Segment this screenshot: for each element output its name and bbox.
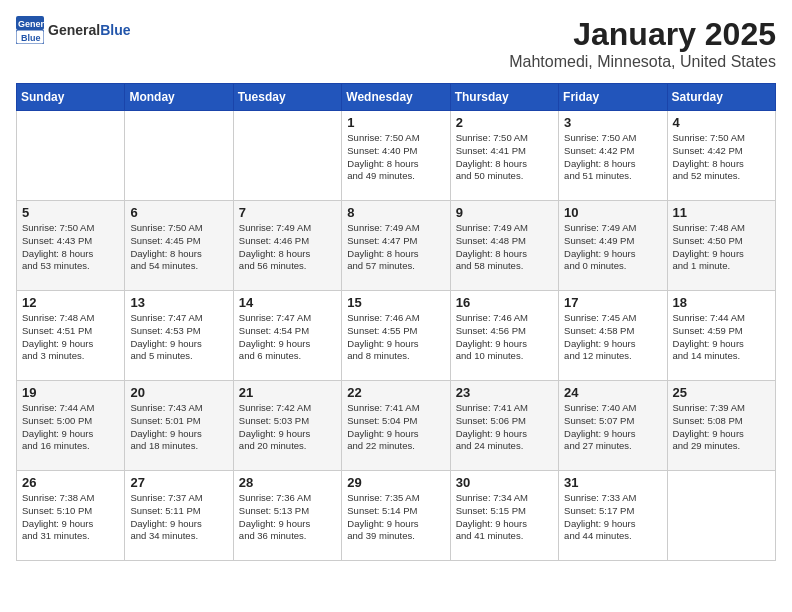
day-number: 3 <box>564 115 661 130</box>
day-number: 15 <box>347 295 444 310</box>
day-cell <box>667 471 775 561</box>
day-info: Sunrise: 7:47 AM Sunset: 4:54 PM Dayligh… <box>239 312 336 363</box>
page-header: General Blue GeneralBlue January 2025 Ma… <box>16 16 776 71</box>
day-cell: 29Sunrise: 7:35 AM Sunset: 5:14 PM Dayli… <box>342 471 450 561</box>
day-cell: 2Sunrise: 7:50 AM Sunset: 4:41 PM Daylig… <box>450 111 558 201</box>
weekday-header-thursday: Thursday <box>450 84 558 111</box>
day-info: Sunrise: 7:43 AM Sunset: 5:01 PM Dayligh… <box>130 402 227 453</box>
day-cell: 17Sunrise: 7:45 AM Sunset: 4:58 PM Dayli… <box>559 291 667 381</box>
day-info: Sunrise: 7:48 AM Sunset: 4:51 PM Dayligh… <box>22 312 119 363</box>
day-cell: 8Sunrise: 7:49 AM Sunset: 4:47 PM Daylig… <box>342 201 450 291</box>
day-info: Sunrise: 7:46 AM Sunset: 4:56 PM Dayligh… <box>456 312 553 363</box>
week-row-3: 12Sunrise: 7:48 AM Sunset: 4:51 PM Dayli… <box>17 291 776 381</box>
day-number: 24 <box>564 385 661 400</box>
day-number: 14 <box>239 295 336 310</box>
day-info: Sunrise: 7:35 AM Sunset: 5:14 PM Dayligh… <box>347 492 444 543</box>
day-info: Sunrise: 7:38 AM Sunset: 5:10 PM Dayligh… <box>22 492 119 543</box>
day-number: 25 <box>673 385 770 400</box>
day-info: Sunrise: 7:50 AM Sunset: 4:41 PM Dayligh… <box>456 132 553 183</box>
day-cell <box>125 111 233 201</box>
day-cell: 21Sunrise: 7:42 AM Sunset: 5:03 PM Dayli… <box>233 381 341 471</box>
day-number: 16 <box>456 295 553 310</box>
day-number: 4 <box>673 115 770 130</box>
logo-icon: General Blue <box>16 16 44 44</box>
day-number: 26 <box>22 475 119 490</box>
day-cell: 22Sunrise: 7:41 AM Sunset: 5:04 PM Dayli… <box>342 381 450 471</box>
day-cell: 15Sunrise: 7:46 AM Sunset: 4:55 PM Dayli… <box>342 291 450 381</box>
day-number: 6 <box>130 205 227 220</box>
day-cell: 5Sunrise: 7:50 AM Sunset: 4:43 PM Daylig… <box>17 201 125 291</box>
day-number: 7 <box>239 205 336 220</box>
day-cell: 30Sunrise: 7:34 AM Sunset: 5:15 PM Dayli… <box>450 471 558 561</box>
day-cell: 25Sunrise: 7:39 AM Sunset: 5:08 PM Dayli… <box>667 381 775 471</box>
day-info: Sunrise: 7:50 AM Sunset: 4:45 PM Dayligh… <box>130 222 227 273</box>
day-info: Sunrise: 7:37 AM Sunset: 5:11 PM Dayligh… <box>130 492 227 543</box>
day-cell: 31Sunrise: 7:33 AM Sunset: 5:17 PM Dayli… <box>559 471 667 561</box>
day-cell: 20Sunrise: 7:43 AM Sunset: 5:01 PM Dayli… <box>125 381 233 471</box>
calendar-table: SundayMondayTuesdayWednesdayThursdayFrid… <box>16 83 776 561</box>
day-number: 5 <box>22 205 119 220</box>
day-number: 1 <box>347 115 444 130</box>
day-info: Sunrise: 7:50 AM Sunset: 4:43 PM Dayligh… <box>22 222 119 273</box>
day-number: 31 <box>564 475 661 490</box>
logo-general: General <box>48 22 100 38</box>
day-cell: 1Sunrise: 7:50 AM Sunset: 4:40 PM Daylig… <box>342 111 450 201</box>
week-row-4: 19Sunrise: 7:44 AM Sunset: 5:00 PM Dayli… <box>17 381 776 471</box>
day-info: Sunrise: 7:34 AM Sunset: 5:15 PM Dayligh… <box>456 492 553 543</box>
location-title: Mahtomedi, Minnesota, United States <box>509 53 776 71</box>
day-cell: 6Sunrise: 7:50 AM Sunset: 4:45 PM Daylig… <box>125 201 233 291</box>
day-cell: 19Sunrise: 7:44 AM Sunset: 5:00 PM Dayli… <box>17 381 125 471</box>
day-number: 19 <box>22 385 119 400</box>
day-cell: 23Sunrise: 7:41 AM Sunset: 5:06 PM Dayli… <box>450 381 558 471</box>
weekday-header-saturday: Saturday <box>667 84 775 111</box>
day-number: 29 <box>347 475 444 490</box>
day-cell <box>233 111 341 201</box>
day-number: 27 <box>130 475 227 490</box>
weekday-header-friday: Friday <box>559 84 667 111</box>
day-cell: 13Sunrise: 7:47 AM Sunset: 4:53 PM Dayli… <box>125 291 233 381</box>
day-cell: 10Sunrise: 7:49 AM Sunset: 4:49 PM Dayli… <box>559 201 667 291</box>
day-info: Sunrise: 7:48 AM Sunset: 4:50 PM Dayligh… <box>673 222 770 273</box>
day-cell: 18Sunrise: 7:44 AM Sunset: 4:59 PM Dayli… <box>667 291 775 381</box>
weekday-header-tuesday: Tuesday <box>233 84 341 111</box>
weekday-header-row: SundayMondayTuesdayWednesdayThursdayFrid… <box>17 84 776 111</box>
day-info: Sunrise: 7:50 AM Sunset: 4:42 PM Dayligh… <box>673 132 770 183</box>
day-number: 28 <box>239 475 336 490</box>
day-number: 12 <box>22 295 119 310</box>
day-info: Sunrise: 7:41 AM Sunset: 5:04 PM Dayligh… <box>347 402 444 453</box>
day-number: 17 <box>564 295 661 310</box>
weekday-header-wednesday: Wednesday <box>342 84 450 111</box>
day-info: Sunrise: 7:44 AM Sunset: 4:59 PM Dayligh… <box>673 312 770 363</box>
day-cell: 16Sunrise: 7:46 AM Sunset: 4:56 PM Dayli… <box>450 291 558 381</box>
day-cell: 14Sunrise: 7:47 AM Sunset: 4:54 PM Dayli… <box>233 291 341 381</box>
weekday-header-monday: Monday <box>125 84 233 111</box>
day-number: 20 <box>130 385 227 400</box>
day-info: Sunrise: 7:40 AM Sunset: 5:07 PM Dayligh… <box>564 402 661 453</box>
day-info: Sunrise: 7:46 AM Sunset: 4:55 PM Dayligh… <box>347 312 444 363</box>
day-info: Sunrise: 7:45 AM Sunset: 4:58 PM Dayligh… <box>564 312 661 363</box>
week-row-1: 1Sunrise: 7:50 AM Sunset: 4:40 PM Daylig… <box>17 111 776 201</box>
day-cell: 4Sunrise: 7:50 AM Sunset: 4:42 PM Daylig… <box>667 111 775 201</box>
title-area: January 2025 Mahtomedi, Minnesota, Unite… <box>509 16 776 71</box>
day-info: Sunrise: 7:42 AM Sunset: 5:03 PM Dayligh… <box>239 402 336 453</box>
day-number: 18 <box>673 295 770 310</box>
day-cell: 11Sunrise: 7:48 AM Sunset: 4:50 PM Dayli… <box>667 201 775 291</box>
day-cell: 12Sunrise: 7:48 AM Sunset: 4:51 PM Dayli… <box>17 291 125 381</box>
day-number: 21 <box>239 385 336 400</box>
day-info: Sunrise: 7:36 AM Sunset: 5:13 PM Dayligh… <box>239 492 336 543</box>
logo-text: GeneralBlue <box>48 22 130 38</box>
week-row-2: 5Sunrise: 7:50 AM Sunset: 4:43 PM Daylig… <box>17 201 776 291</box>
day-cell: 9Sunrise: 7:49 AM Sunset: 4:48 PM Daylig… <box>450 201 558 291</box>
day-info: Sunrise: 7:50 AM Sunset: 4:40 PM Dayligh… <box>347 132 444 183</box>
week-row-5: 26Sunrise: 7:38 AM Sunset: 5:10 PM Dayli… <box>17 471 776 561</box>
day-cell: 27Sunrise: 7:37 AM Sunset: 5:11 PM Dayli… <box>125 471 233 561</box>
day-info: Sunrise: 7:41 AM Sunset: 5:06 PM Dayligh… <box>456 402 553 453</box>
logo: General Blue GeneralBlue <box>16 16 130 44</box>
weekday-header-sunday: Sunday <box>17 84 125 111</box>
day-cell: 3Sunrise: 7:50 AM Sunset: 4:42 PM Daylig… <box>559 111 667 201</box>
day-cell <box>17 111 125 201</box>
day-info: Sunrise: 7:47 AM Sunset: 4:53 PM Dayligh… <box>130 312 227 363</box>
day-cell: 26Sunrise: 7:38 AM Sunset: 5:10 PM Dayli… <box>17 471 125 561</box>
day-number: 9 <box>456 205 553 220</box>
day-number: 11 <box>673 205 770 220</box>
